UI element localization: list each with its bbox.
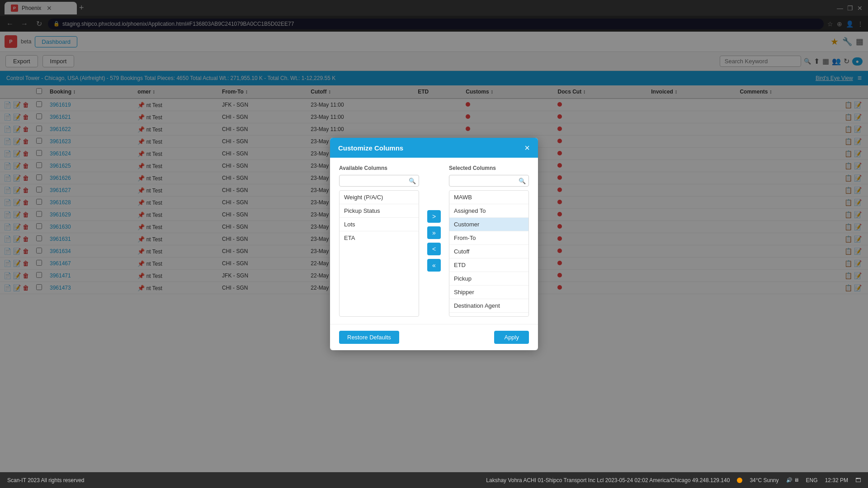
available-column-item[interactable]: Lots (340, 218, 419, 231)
move-right-button[interactable]: > (427, 210, 441, 223)
selected-column-item[interactable]: ETD (449, 258, 528, 272)
move-left-button[interactable]: < (427, 243, 441, 255)
selected-column-item[interactable]: Screened By (449, 313, 528, 317)
apply-button[interactable]: Apply (494, 331, 529, 344)
modal-close-button[interactable]: × (524, 143, 530, 152)
available-columns-title: Available Columns (339, 165, 419, 171)
available-column-item[interactable]: Pickup Status (340, 204, 419, 218)
selected-column-item[interactable]: Cutoff (449, 245, 528, 258)
language-text: ENG (806, 477, 818, 483)
selected-columns-panel: Selected Columns 🔍 MAWBAssigned ToCustom… (449, 165, 529, 317)
selected-column-item[interactable]: MAWB (449, 191, 528, 204)
selected-column-item[interactable]: Shipper (449, 286, 528, 299)
selected-columns-list: MAWBAssigned ToCustomerFrom-ToCutoffETDP… (449, 190, 529, 317)
selected-search-input[interactable] (449, 175, 529, 187)
available-column-item[interactable]: ETA (340, 231, 419, 244)
available-search-wrap: 🔍 (339, 175, 419, 187)
status-right: Lakshay Vohra ACHI 01-Shipco Transport I… (486, 477, 861, 483)
move-right-all-button[interactable]: » (427, 226, 441, 239)
restore-defaults-button[interactable]: Restore Defaults (339, 331, 399, 344)
user-info-text: Lakshay Vohra ACHI 01-Shipco Transport I… (486, 477, 730, 483)
available-column-item[interactable]: Weight (P/A/C) (340, 191, 419, 204)
available-search-icon: 🔍 (409, 178, 416, 184)
selected-search-wrap: 🔍 (449, 175, 529, 187)
system-tray: 🔊 🖥 (786, 477, 799, 483)
clock-text: 12:32 PM (825, 477, 848, 483)
copyright-text: Scan-IT 2023 All rights reserved (7, 477, 85, 483)
available-columns-panel: Available Columns 🔍 Weight (P/A/C)Pickup… (339, 165, 419, 317)
notification-icon: 🗔 (855, 477, 861, 483)
modal-overlay: Customize Columns × Available Columns 🔍 … (0, 0, 868, 488)
selected-column-item[interactable]: Customer (449, 218, 528, 231)
weather-text: 34°C Sunny (750, 477, 778, 483)
modal-title: Customize Columns (338, 144, 403, 152)
selected-columns-title: Selected Columns (449, 165, 529, 171)
selected-column-item[interactable]: Assigned To (449, 204, 528, 218)
selected-column-item[interactable]: Destination Agent (449, 299, 528, 313)
move-left-all-button[interactable]: « (427, 259, 441, 272)
selected-column-item[interactable]: From-To (449, 231, 528, 245)
modal-footer: Restore Defaults Apply (330, 324, 538, 350)
customize-columns-modal: Customize Columns × Available Columns 🔍 … (330, 138, 538, 350)
transfer-arrows: > » < « (425, 165, 443, 317)
selected-column-item[interactable]: Pickup (449, 272, 528, 286)
modal-header: Customize Columns × (330, 138, 538, 158)
status-bar: Scan-IT 2023 All rights reserved Lakshay… (0, 472, 868, 488)
available-search-input[interactable] (339, 175, 419, 187)
columns-row: Available Columns 🔍 Weight (P/A/C)Pickup… (339, 165, 529, 317)
weather-icon (737, 478, 742, 483)
available-columns-list: Weight (P/A/C)Pickup StatusLotsETA (339, 190, 419, 317)
modal-body: Available Columns 🔍 Weight (P/A/C)Pickup… (330, 158, 538, 324)
selected-search-icon: 🔍 (519, 178, 526, 184)
